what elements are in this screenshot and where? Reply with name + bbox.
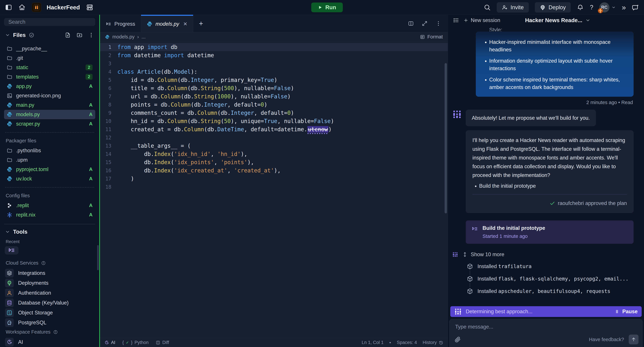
format-button[interactable]: Format bbox=[420, 34, 443, 40]
recent-tool-console-button[interactable] bbox=[5, 246, 18, 254]
cursor-position[interactable]: Ln 1, Col 1 bbox=[362, 340, 384, 345]
sidebar-item-database-key-value-[interactable]: Database (Key/Value) bbox=[4, 298, 95, 308]
statusbar-language[interactable]: {✓} Python bbox=[122, 340, 149, 345]
expand-icon[interactable] bbox=[422, 21, 428, 27]
chat-scroll-area[interactable]: Style: Hacker-inspired minimalist interf… bbox=[448, 26, 644, 303]
split-view-icon[interactable] bbox=[408, 21, 414, 27]
check-circle-icon[interactable] bbox=[29, 32, 34, 38]
line-number: 9 bbox=[100, 110, 118, 116]
message-composer[interactable]: Type message... Have feedback? bbox=[449, 319, 643, 347]
file-row[interactable]: __pycache__ bbox=[4, 44, 95, 53]
tab-progress[interactable]: Progress bbox=[100, 15, 141, 32]
file-row[interactable]: .upm bbox=[4, 155, 95, 165]
tools-header[interactable]: Tools bbox=[4, 227, 95, 236]
session-title[interactable]: Hacker News Reade... bbox=[525, 17, 590, 24]
files-header[interactable]: Files bbox=[4, 31, 95, 40]
task-card[interactable]: Build the initial prototype Started 1 mi… bbox=[466, 220, 634, 244]
file-row[interactable]: main.pyA bbox=[4, 100, 95, 110]
message-input[interactable]: Type message... bbox=[455, 324, 493, 330]
file-row[interactable]: templates2 bbox=[4, 72, 95, 82]
pause-button[interactable]: Pause bbox=[615, 308, 638, 314]
file-name: templates bbox=[16, 74, 38, 80]
kebab-icon[interactable] bbox=[88, 32, 94, 38]
breadcrumb-more[interactable]: ... bbox=[142, 34, 146, 40]
svg-text:01: 01 bbox=[9, 312, 11, 315]
message-meta[interactable]: 2 minutes ago • Read bbox=[453, 100, 633, 105]
new-session-button[interactable]: New session bbox=[464, 17, 500, 23]
file-row[interactable]: .git bbox=[4, 53, 95, 63]
indent-setting[interactable]: Spaces: 4 bbox=[397, 340, 417, 345]
paperclip-icon[interactable] bbox=[454, 336, 461, 343]
home-icon[interactable] bbox=[18, 4, 26, 11]
sidebar-item-deployments[interactable]: Deployments bbox=[4, 278, 95, 288]
installed-packages-row[interactable]: Installed flask, flask-sqlalchemy, psyco… bbox=[467, 276, 634, 282]
file-row[interactable]: generated-icon.png bbox=[4, 91, 95, 100]
check-icon bbox=[550, 200, 555, 206]
bell-icon[interactable] bbox=[577, 4, 584, 11]
close-icon[interactable]: ✕ bbox=[183, 21, 187, 27]
app-icon[interactable] bbox=[32, 3, 41, 12]
statusbar-ai[interactable]: AI bbox=[104, 340, 116, 345]
installed-packages-row[interactable]: Installed apscheduler, beautifulsoup4, r… bbox=[467, 288, 634, 294]
search-input[interactable]: Search bbox=[4, 18, 95, 26]
cloud-services-label: Cloud Services bbox=[6, 260, 94, 266]
installed-packages-row[interactable]: Installed trafilatura bbox=[467, 263, 634, 270]
show-more-button[interactable]: Show 10 more bbox=[462, 251, 504, 257]
chat-sparkle-icon[interactable] bbox=[632, 4, 639, 11]
file-row[interactable]: models.pyA bbox=[4, 110, 95, 119]
new-file-icon[interactable] bbox=[65, 32, 71, 38]
package-names: apscheduler, beautifulsoup4, requests bbox=[498, 288, 610, 294]
account-menu[interactable]: RC bbox=[600, 2, 616, 13]
history-button[interactable]: History bbox=[422, 340, 444, 345]
code-line: 17 ) bbox=[100, 175, 448, 183]
line-number: 12 bbox=[100, 135, 118, 141]
statusbar-diff[interactable]: Diff bbox=[156, 340, 169, 345]
deploy-button[interactable]: Deploy bbox=[535, 2, 571, 13]
kebab-icon[interactable] bbox=[435, 21, 442, 27]
storage-icon[interactable] bbox=[86, 4, 93, 11]
help-icon[interactable]: ? bbox=[590, 4, 593, 11]
divider bbox=[5, 187, 94, 188]
sidebar-scrollbar[interactable] bbox=[97, 245, 99, 270]
invite-button[interactable]: Invite bbox=[497, 2, 529, 13]
search-icon[interactable] bbox=[484, 4, 491, 11]
file-row[interactable]: .replitA bbox=[4, 201, 95, 210]
new-folder-icon[interactable] bbox=[76, 32, 82, 38]
sidebar-item-authentication[interactable]: Authentication bbox=[4, 288, 95, 298]
sidebar-item-postgresql[interactable]: PostgreSQL bbox=[4, 318, 95, 327]
file-row[interactable]: static2 bbox=[4, 63, 95, 72]
tab-bar: Progress models.py ✕ + bbox=[100, 15, 448, 32]
code-line: 18 bbox=[100, 183, 448, 191]
python-icon bbox=[7, 121, 12, 127]
agent-message: Absolutely! Let me propose what we'll bu… bbox=[466, 110, 596, 126]
send-button[interactable] bbox=[629, 334, 638, 344]
session-list-icon[interactable] bbox=[453, 17, 459, 23]
info-icon[interactable] bbox=[53, 330, 58, 334]
globe-icon bbox=[540, 5, 546, 10]
code-line: 5 id = db.Column(db.Integer, primary_key… bbox=[100, 76, 448, 84]
file-row[interactable]: .pythonlibs bbox=[4, 146, 95, 155]
file-row[interactable]: uv.lockA bbox=[4, 174, 95, 183]
code-line: 11 created_at = db.Column(db.DateTime, d… bbox=[100, 125, 448, 133]
file-row[interactable]: app.pyA bbox=[4, 82, 95, 91]
file-row[interactable]: replit.nixA bbox=[4, 210, 95, 220]
breadcrumb-separator: › bbox=[137, 34, 139, 40]
sidebar-toggle-icon[interactable] bbox=[5, 4, 12, 11]
feedback-link[interactable]: Have feedback? bbox=[589, 337, 624, 342]
file-row[interactable]: scraper.pyA bbox=[4, 119, 95, 129]
info-icon[interactable] bbox=[41, 261, 46, 265]
breadcrumb-file[interactable]: models.py bbox=[112, 34, 134, 40]
code-editor[interactable]: 1from app import db2from datetime import… bbox=[100, 42, 448, 338]
sidebar-item-ai[interactable]: AI bbox=[4, 337, 95, 347]
code-line: 15 db.Index('idx_points', 'points'), bbox=[100, 158, 448, 166]
new-tab-button[interactable]: + bbox=[193, 15, 209, 32]
collapse-icon[interactable]: » bbox=[622, 4, 626, 11]
code-line: 7 url = db.Column(db.String(1000), nulla… bbox=[100, 92, 448, 101]
editor-scrollbar[interactable] bbox=[444, 63, 447, 213]
sidebar-item-object-storage[interactable]: 1001Object Storage bbox=[4, 308, 95, 318]
sidebar-item-integrations[interactable]: Integrations bbox=[4, 268, 95, 278]
run-button[interactable]: Run bbox=[311, 3, 343, 12]
file-row[interactable]: pyproject.tomlA bbox=[4, 165, 95, 174]
unsaved-dot: ● bbox=[389, 341, 391, 344]
tab-models-py[interactable]: models.py ✕ bbox=[141, 15, 193, 32]
